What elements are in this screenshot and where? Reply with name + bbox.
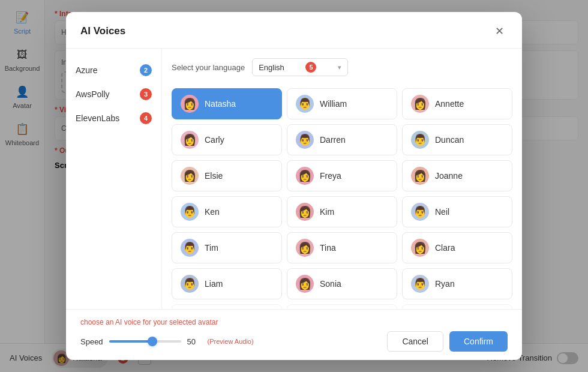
voice-name-clara: Clara bbox=[435, 243, 455, 253]
modal-body: Azure 2 AwsPolly 3 ElevenLabs 4 Select y… bbox=[66, 49, 522, 309]
voice-name-liam: Liam bbox=[205, 279, 223, 289]
ai-voices-modal: AI Voices ✕ Azure 2 AwsPolly 3 ElevenLab… bbox=[66, 12, 522, 360]
provider-panel: Azure 2 AwsPolly 3 ElevenLabs 4 bbox=[66, 49, 162, 309]
voice-name-ryan: Ryan bbox=[435, 279, 455, 289]
voice-avatar-freya: 👩 bbox=[296, 167, 314, 185]
voice-avatar-joanne: 👩 bbox=[411, 167, 429, 185]
elevenlabs-badge: 4 bbox=[140, 112, 152, 124]
speed-slider[interactable] bbox=[109, 340, 181, 343]
voice-name-elsie: Elsie bbox=[205, 171, 223, 181]
voice-avatar-liam: 👨 bbox=[181, 275, 199, 293]
azure-label: Azure bbox=[76, 65, 98, 75]
voice-card-ken[interactable]: 👨Ken bbox=[172, 196, 282, 227]
speed-thumb bbox=[148, 337, 157, 346]
azure-badge: 2 bbox=[140, 64, 152, 76]
provider-azure[interactable]: Azure 2 bbox=[66, 58, 161, 82]
close-button[interactable]: ✕ bbox=[491, 23, 508, 40]
voice-card-more-1[interactable]: 👩 bbox=[287, 304, 397, 309]
voice-card-tim[interactable]: 👨Tim bbox=[172, 232, 282, 263]
voice-card-liam[interactable]: 👨Liam bbox=[172, 268, 282, 299]
voice-name-carly: Carly bbox=[205, 135, 224, 145]
voice-card-duncan[interactable]: 👨Duncan bbox=[402, 124, 512, 155]
voice-card-more-0[interactable]: 👨 bbox=[172, 304, 282, 309]
voice-avatar-darren: 👨 bbox=[296, 131, 314, 149]
voice-avatar-kim: 👩 bbox=[296, 203, 314, 221]
cancel-button[interactable]: Cancel bbox=[387, 331, 443, 352]
language-value: English bbox=[259, 63, 284, 72]
voice-card-more-2[interactable]: 👨 bbox=[402, 304, 512, 309]
voice-card-kim[interactable]: 👩Kim bbox=[287, 196, 397, 227]
awspolly-label: AwsPolly bbox=[76, 89, 110, 99]
voice-card-darren[interactable]: 👨Darren bbox=[287, 124, 397, 155]
elevenlabs-label: ElevenLabs bbox=[76, 113, 119, 123]
voices-panel: Select your language English 5 ▾ 👩Natash… bbox=[162, 49, 522, 309]
confirm-button[interactable]: Confirm bbox=[449, 331, 508, 352]
close-icon: ✕ bbox=[495, 25, 504, 38]
language-row: Select your language English 5 ▾ bbox=[172, 58, 512, 76]
voice-name-sonia: Sonia bbox=[320, 279, 341, 289]
hint-text: choose an AI voice for your selected ava… bbox=[80, 318, 508, 326]
voice-avatar-neil: 👨 bbox=[411, 203, 429, 221]
voice-card-tina[interactable]: 👩Tina bbox=[287, 232, 397, 263]
voices-grid: 👩Natasha👨William👩Annette👩Carly👨Darren👨Du… bbox=[172, 88, 512, 309]
voice-avatar-annette: 👩 bbox=[411, 95, 429, 113]
voice-card-clara[interactable]: 👩Clara bbox=[402, 232, 512, 263]
voice-name-darren: Darren bbox=[320, 135, 346, 145]
voice-avatar-ryan: 👨 bbox=[411, 275, 429, 293]
voice-name-ken: Ken bbox=[205, 207, 220, 217]
voice-name-joanne: Joanne bbox=[435, 171, 463, 181]
voice-name-duncan: Duncan bbox=[435, 135, 464, 145]
voice-card-sonia[interactable]: 👩Sonia bbox=[287, 268, 397, 299]
voice-name-natasha: Natasha bbox=[205, 99, 236, 109]
speed-label: Speed bbox=[80, 337, 103, 346]
voice-card-annette[interactable]: 👩Annette bbox=[402, 88, 512, 119]
language-select[interactable]: English 5 ▾ bbox=[252, 58, 348, 76]
voice-avatar-natasha: 👩 bbox=[181, 95, 199, 113]
voice-card-neil[interactable]: 👨Neil bbox=[402, 196, 512, 227]
voice-name-freya: Freya bbox=[320, 171, 341, 181]
footer-controls: Speed 50 (Preview Audio) Cancel Confirm bbox=[80, 331, 508, 352]
voice-avatar-tim: 👨 bbox=[181, 239, 199, 257]
dropdown-chevron-icon: ▾ bbox=[338, 64, 341, 71]
voice-avatar-tina: 👩 bbox=[296, 239, 314, 257]
language-label: Select your language bbox=[172, 63, 245, 72]
modal-title: AI Voices bbox=[80, 25, 125, 37]
provider-awspolly[interactable]: AwsPolly 3 bbox=[66, 82, 161, 106]
speed-value: 50 bbox=[187, 337, 202, 346]
footer-buttons: Cancel Confirm bbox=[387, 331, 508, 352]
speed-row: Speed 50 (Preview Audio) bbox=[80, 337, 254, 346]
voice-avatar-duncan: 👨 bbox=[411, 131, 429, 149]
awspolly-badge: 3 bbox=[140, 88, 152, 100]
voice-card-ryan[interactable]: 👨Ryan bbox=[402, 268, 512, 299]
voice-avatar-clara: 👩 bbox=[411, 239, 429, 257]
voice-avatar-william: 👨 bbox=[296, 95, 314, 113]
voice-avatar-carly: 👩 bbox=[181, 131, 199, 149]
language-badge: 5 bbox=[305, 62, 316, 73]
voice-card-carly[interactable]: 👩Carly bbox=[172, 124, 282, 155]
modal-header: AI Voices ✕ bbox=[66, 12, 522, 49]
modal-overlay: AI Voices ✕ Azure 2 AwsPolly 3 ElevenLab… bbox=[0, 0, 588, 372]
voice-card-freya[interactable]: 👩Freya bbox=[287, 160, 397, 191]
voice-name-tim: Tim bbox=[205, 243, 218, 253]
preview-audio-label[interactable]: (Preview Audio) bbox=[208, 338, 254, 345]
voice-name-kim: Kim bbox=[320, 207, 334, 217]
voice-card-william[interactable]: 👨William bbox=[287, 88, 397, 119]
voice-avatar-ken: 👨 bbox=[181, 203, 199, 221]
voice-card-joanne[interactable]: 👩Joanne bbox=[402, 160, 512, 191]
modal-footer: choose an AI voice for your selected ava… bbox=[66, 309, 522, 360]
voice-avatar-sonia: 👩 bbox=[296, 275, 314, 293]
voice-avatar-elsie: 👩 bbox=[181, 167, 199, 185]
provider-elevenlabs[interactable]: ElevenLabs 4 bbox=[66, 106, 161, 130]
voice-name-annette: Annette bbox=[435, 99, 464, 109]
voice-name-tina: Tina bbox=[320, 243, 336, 253]
voice-card-natasha[interactable]: 👩Natasha bbox=[172, 88, 282, 119]
voice-name-william: William bbox=[320, 99, 347, 109]
voice-name-neil: Neil bbox=[435, 207, 449, 217]
voice-card-elsie[interactable]: 👩Elsie bbox=[172, 160, 282, 191]
